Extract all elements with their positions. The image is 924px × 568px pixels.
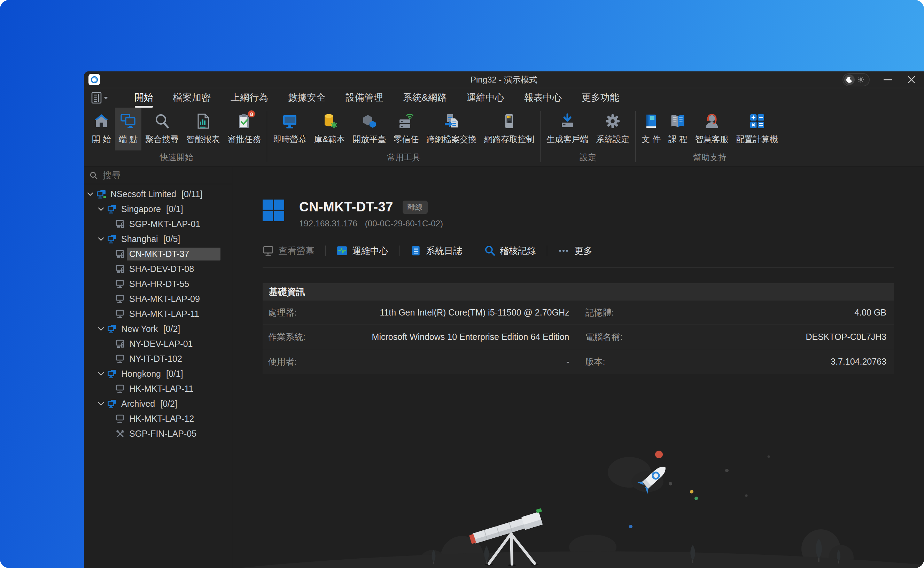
file-exchange-button[interactable]: 跨網檔案交換 [423,107,480,150]
chevron-down-icon[interactable] [87,192,94,196]
library-template-button[interactable]: 庫&範本 [310,107,349,150]
tree-item-endpoint[interactable]: NY-IT-DT-102 [84,351,232,366]
report-menu-launcher[interactable] [91,92,108,104]
chevron-down-icon[interactable] [98,402,105,406]
ops-center-button[interactable]: 運維中心 [337,245,388,257]
tab-data-security[interactable]: 數據安全 [288,91,326,104]
tree-item-group[interactable]: Singapore[0/1] [84,202,232,217]
network-access-icon [501,111,517,131]
ops-center-icon [337,245,347,256]
config-calculator-icon calculator-icon [749,111,765,131]
more-button[interactable]: 更多 [558,245,592,257]
live-screen-button[interactable]: 即時螢幕 [269,107,310,150]
system-log-icon [410,245,421,256]
tree-item-endpoint[interactable]: SHA-MKT-LAP-09 [84,292,232,307]
tree-item-endpoint[interactable]: SHA-DEV-DT-08 [84,261,232,276]
tree-item-group[interactable]: New York[0/2] [84,322,232,337]
theme-toggle[interactable] [842,73,870,86]
computer-locked-icon [116,250,125,258]
smart-report-button[interactable]: 智能报表 [183,107,223,150]
generate-client-button[interactable]: 生成客戶端 [543,107,592,150]
device-ip: 192.168.31.176 [299,219,357,228]
info-row: 使用者: - 版本: 3.7.104.20763 [263,349,894,374]
tree-item-endpoint[interactable]: NY-DEV-LAP-01 [84,337,232,351]
section-divider [263,267,894,268]
tab-more-features[interactable]: 更多功能 [582,91,619,104]
tree-item-endpoint[interactable]: HK-MKT-LAP-12 [84,411,232,426]
docs-button[interactable]: 文 件 [638,107,664,150]
course-button[interactable]: 課 程 [664,107,691,150]
aggregate-search-button[interactable]: 聚合搜尋 [141,107,183,150]
search-input[interactable]: 搜尋 [84,167,232,184]
file-exchange-icon [443,111,459,131]
chevron-down-icon[interactable] [98,327,105,331]
tree-item-endpoint[interactable]: HK-MKT-LAP-11 [84,381,232,396]
status-badge-offline: 離線 [403,201,428,214]
minimize-button[interactable] [880,72,895,88]
open-platform-icon [361,111,377,131]
tree-item-endpoint[interactable]: SHA-HR-DT-55 [84,276,232,292]
zero-trust-button[interactable]: 零信任 [390,107,423,150]
tree-item-group[interactable]: Hongkong[0/1] [84,366,232,381]
computer-locked-icon [116,340,125,348]
system-settings-button[interactable]: 系統設定 [592,107,633,150]
system-settings-icon gear-icon [605,111,621,131]
dark-mode-moon-icon[interactable] [844,74,855,85]
endpoint-count: [0/2] [163,324,180,334]
system-log-button[interactable]: 系統日誌 [410,245,462,257]
endpoint-count: [0/5] [163,234,180,244]
tree-item-endpoint-selected[interactable]: CN-MKT-DT-37 [84,246,232,261]
view-screen-button[interactable]: 查看螢幕 [263,245,314,257]
device-header: CN-MKT-DT-37 離線 192.168.31.176 (00-0C-29… [263,199,443,228]
empty-state-illustration [232,443,924,568]
report-list-icon [91,92,102,104]
info-label: 作業系統: [268,331,305,343]
home-button[interactable]: 開 始 [88,107,115,150]
ribbon-separator [635,111,636,162]
tab-start[interactable]: 開始 [134,91,153,104]
smart-support-icon headset-agent-icon [704,111,720,131]
tree-item-endpoint[interactable]: SGP-MKT-LAP-01 [84,217,232,231]
approval-count-badge: 8 [247,110,256,118]
chevron-down-icon[interactable] [98,237,105,241]
course-icon open-book-icon [670,111,686,131]
tree-item-group[interactable]: Shanghai[0/5] [84,231,232,246]
tree-item-endpoint[interactable]: SHA-MKT-LAP-11 [84,307,232,322]
audit-record-button[interactable]: 稽核記錄 [484,245,536,257]
group-icon [108,399,117,408]
open-platform-button[interactable]: 開放平臺 [349,107,390,150]
computer-icon [116,310,125,318]
approval-tasks-button[interactable]: 8 審批任務 [223,107,265,150]
tab-web-behavior[interactable]: 上網行為 [231,91,268,104]
computer-icon [116,414,125,423]
ribbon-group-quick-start: 開 始 端 點 [87,107,266,166]
ribbon-separator [784,111,784,162]
computer-locked-icon [116,265,125,273]
approval-tasks-icon: 8 [236,111,252,131]
smart-support-button[interactable]: 智慧客服 [691,107,732,150]
config-calculator-button[interactable]: 配置計算機 [732,107,782,150]
generate-client-icon [559,111,575,131]
tab-system-network[interactable]: 系統&網路 [403,91,447,104]
tree-item-company[interactable]: NSecsoft Limited[0/11] [84,187,232,202]
tree-item-endpoint[interactable]: SGP-FIN-LAP-05 [84,426,232,441]
endpoints-button[interactable]: 端 點 [115,107,142,150]
tab-report-center[interactable]: 報表中心 [524,91,562,104]
info-value: DESKTOP-C0L7JH3 [806,332,886,342]
basic-info-title: 基礎資訊 [263,283,894,301]
tree-item-group[interactable]: Archived[0/2] [84,396,232,411]
tab-file-encryption[interactable]: 檔案加密 [173,91,211,104]
light-mode-sun-icon[interactable] [855,76,867,83]
desktop-background: Ping32 - 演示模式 [0,0,924,568]
close-button[interactable] [904,72,919,88]
zero-trust-icon [398,111,414,131]
action-separator [547,246,547,256]
network-access-button[interactable]: 網路存取控制 [480,107,538,150]
tab-device-management[interactable]: 設備管理 [346,91,383,104]
live-screen-icon [282,111,298,131]
info-label: 使用者: [268,356,297,367]
chevron-down-icon[interactable] [98,372,105,376]
ribbon-group-label: 快速開始 [87,150,266,166]
chevron-down-icon[interactable] [98,207,105,211]
tab-ops-center[interactable]: 運維中心 [467,91,504,104]
